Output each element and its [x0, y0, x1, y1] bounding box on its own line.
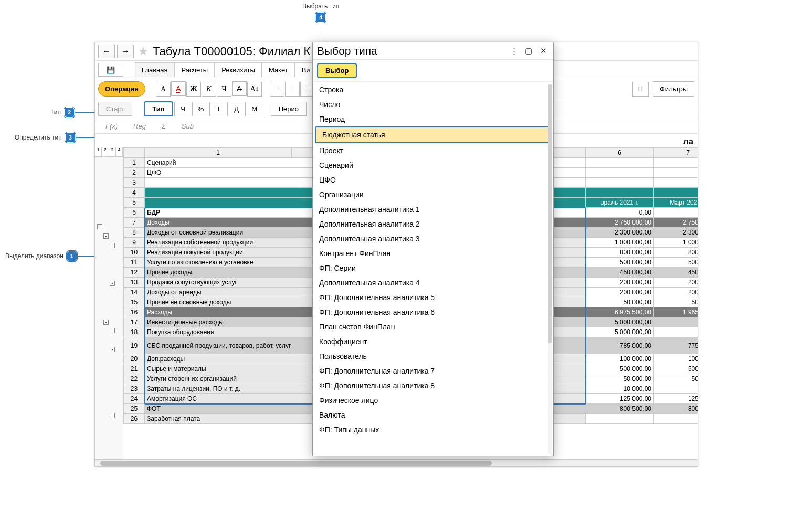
col-header-1[interactable]: 1	[145, 148, 292, 158]
dialog-close-icon[interactable]: ✕	[537, 46, 549, 56]
cell-value-7[interactable]	[654, 188, 698, 198]
type-small-button-3[interactable]: Д	[228, 102, 246, 116]
dialog-item[interactable]: ФП: Дополнительная аналитика 5	[313, 290, 553, 305]
format-button-5[interactable]: A̶	[232, 81, 247, 96]
row-number[interactable]: 21	[124, 364, 145, 374]
tab-0[interactable]: Главная	[135, 62, 174, 77]
cell-value-6[interactable]: 6 975 500,00	[586, 307, 654, 317]
tab-2[interactable]: Реквизиты	[215, 62, 262, 77]
dialog-item[interactable]: Физическое лицо	[313, 393, 553, 408]
dialog-item[interactable]: Организации	[313, 187, 553, 202]
row-number[interactable]: 25	[124, 404, 145, 414]
cell-value-7[interactable]: 125 000,00	[654, 394, 698, 404]
row-number[interactable]: 18	[124, 327, 145, 337]
dialog-item[interactable]: Контрагент ФинПлан	[313, 246, 553, 261]
dialog-item[interactable]: Дополнительная аналитика 2	[313, 217, 553, 231]
row-number[interactable]: 6	[124, 208, 145, 218]
row-number[interactable]: 5	[124, 198, 145, 208]
cell-value-7[interactable]: 0,00	[654, 208, 698, 218]
row-number[interactable]: 9	[124, 238, 145, 248]
row-number[interactable]: 22	[124, 374, 145, 384]
outline-toggle[interactable]: -	[110, 328, 115, 333]
cell-value-7[interactable]: 0,00	[654, 317, 698, 327]
cell-value-6[interactable]: 200 000,00	[586, 288, 654, 297]
row-number[interactable]: 13	[124, 278, 145, 288]
row-number[interactable]: 11	[124, 258, 145, 268]
cell-value-7[interactable]: 500 000,00	[654, 258, 698, 268]
outline-toggle[interactable]: -	[97, 224, 102, 229]
row-number[interactable]: 20	[124, 354, 145, 364]
cell-value-6[interactable]: 500 000,00	[586, 364, 654, 374]
p-button[interactable]: П	[632, 82, 649, 97]
row-number[interactable]: 2	[124, 168, 145, 178]
nav-back-button[interactable]: ←	[98, 45, 115, 58]
row-number[interactable]: 14	[124, 288, 145, 297]
cell-value-6[interactable]: 500 000,00	[586, 258, 654, 268]
reg-label[interactable]: Reg	[133, 122, 146, 130]
col-header-6[interactable]: 6	[586, 148, 654, 158]
sigma-label[interactable]: Σ	[162, 122, 166, 130]
row-number[interactable]: 17	[124, 317, 145, 327]
cell-value-7[interactable]: 0,00	[654, 384, 698, 394]
row-number[interactable]: 16	[124, 307, 145, 317]
outline-toggle[interactable]: -	[110, 243, 115, 248]
col-header-rownum[interactable]	[124, 148, 145, 158]
cell-value-7[interactable]: 200 000,00	[654, 278, 698, 288]
format-button-6[interactable]: A↕	[247, 82, 262, 97]
align-button-1[interactable]: ≡	[285, 82, 300, 97]
dialog-select-button[interactable]: Выбор	[317, 63, 357, 78]
outline-toggle[interactable]: -	[110, 347, 115, 352]
format-button-2[interactable]: Ж	[186, 82, 201, 97]
tab-1[interactable]: Расчеты	[174, 62, 215, 77]
horizontal-scrollbar[interactable]	[95, 459, 698, 466]
cell-value-6[interactable]	[586, 178, 654, 188]
dialog-item[interactable]: Пользователь	[313, 349, 553, 364]
cell-value-7[interactable]: 100 000,00	[654, 354, 698, 364]
cell-value-6[interactable]: враль 2021 г.	[586, 198, 654, 208]
cell-value-7[interactable]: 775 000,00	[654, 337, 698, 354]
row-number[interactable]: 24	[124, 394, 145, 404]
dialog-item[interactable]: ФП: Дополнительная аналитика 7	[313, 364, 553, 378]
dialog-item[interactable]: ФП: Типы данных	[313, 422, 553, 437]
cell-value-7[interactable]	[654, 158, 698, 168]
cell-value-7[interactable]	[654, 168, 698, 178]
cell-value-6[interactable]: 125 000,00	[586, 394, 654, 404]
cell-value-7[interactable]: 800 500,00	[654, 404, 698, 414]
cell-value-7[interactable]: 1 965 500,00	[654, 307, 698, 317]
cell-value-7[interactable]: 500 000,00	[654, 364, 698, 374]
dialog-more-icon[interactable]: ⋮	[508, 46, 520, 56]
filters-button[interactable]: Фильтры	[653, 81, 694, 97]
dialog-item[interactable]: Валюта	[313, 408, 553, 422]
cell-value-7[interactable]: 2 300 000,00	[654, 228, 698, 238]
row-number[interactable]: 7	[124, 218, 145, 228]
cell-value-7[interactable]	[654, 178, 698, 188]
fx-label[interactable]: F(x)	[105, 122, 118, 130]
row-number[interactable]: 1	[124, 158, 145, 168]
cell-value-6[interactable]: 800 000,00	[586, 248, 654, 258]
cell-value-6[interactable]	[586, 168, 654, 178]
dialog-item[interactable]: План счетов ФинПлан	[313, 320, 553, 334]
row-number[interactable]: 4	[124, 188, 145, 198]
row-number[interactable]: 23	[124, 384, 145, 394]
row-number[interactable]: 15	[124, 297, 145, 307]
row-number[interactable]: 8	[124, 228, 145, 238]
cell-value-6[interactable]: 5 000 000,00	[586, 317, 654, 327]
cell-value-6[interactable]: 5 000 000,00	[586, 327, 654, 337]
period-button[interactable]: Перио	[271, 102, 307, 116]
format-button-4[interactable]: Ч	[217, 82, 231, 97]
dialog-item[interactable]: Дополнительная аналитика 4	[313, 275, 553, 290]
dialog-item[interactable]: Период	[313, 112, 553, 126]
dialog-item[interactable]: Проект	[313, 143, 553, 158]
dialog-item[interactable]: Число	[313, 97, 553, 112]
group-outline-column[interactable]: 1234 --------	[95, 147, 123, 461]
cell-value-6[interactable]: 785 000,00	[586, 337, 654, 354]
cell-value-6[interactable]: 50 000,00	[586, 297, 654, 307]
dialog-item[interactable]: Коэффициент	[313, 334, 553, 349]
format-button-1[interactable]: A̲	[171, 81, 186, 96]
cell-value-7[interactable]: 2 750 000,00	[654, 218, 698, 228]
operation-button[interactable]: Операция	[98, 81, 145, 97]
col-header-7[interactable]: 7	[654, 148, 698, 158]
dialog-item[interactable]: Бюджетная статья	[315, 126, 551, 143]
dialog-item[interactable]: Строка	[313, 82, 553, 97]
cell-value-6[interactable]	[586, 188, 654, 198]
